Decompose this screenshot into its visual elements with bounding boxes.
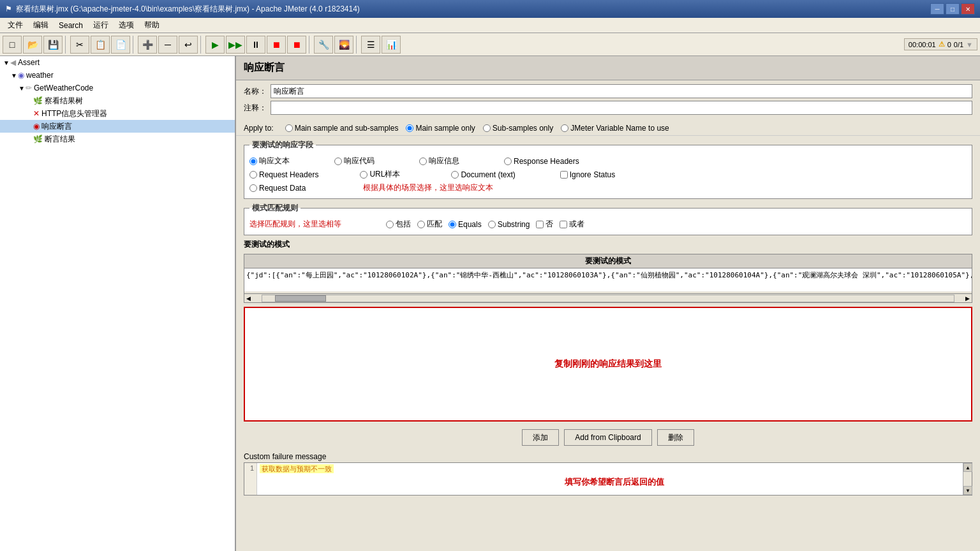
apply-radio-main-sub[interactable] bbox=[285, 124, 293, 132]
scroll-right-btn[interactable]: ▶ bbox=[963, 295, 972, 302]
add-button[interactable]: 添加 bbox=[522, 429, 559, 446]
scroll-up-btn[interactable]: ▲ bbox=[963, 463, 972, 472]
name-section: 名称： 注释： bbox=[236, 80, 980, 121]
apply-jmeter-var[interactable]: JMeter Variable Name to use bbox=[561, 124, 669, 133]
close-button[interactable]: ✕ bbox=[961, 3, 975, 15]
h-scrollbar-thumb[interactable] bbox=[275, 295, 326, 302]
radio-response-text[interactable] bbox=[249, 158, 257, 165]
apply-main-sub[interactable]: Main sample and sub-samples bbox=[285, 124, 399, 133]
maximize-button[interactable]: □ bbox=[946, 3, 960, 15]
tree-expand-weather[interactable]: ▼ bbox=[10, 72, 18, 79]
toolbar-collapse[interactable]: ─ bbox=[158, 36, 177, 54]
minimize-button[interactable]: ─ bbox=[930, 3, 944, 15]
radio-request-headers[interactable] bbox=[249, 171, 257, 179]
option-response-text[interactable]: 响应文本 bbox=[249, 156, 290, 166]
toolbar-stop[interactable]: ⏹ bbox=[267, 36, 286, 54]
radio-response-headers[interactable] bbox=[504, 158, 512, 165]
name-input[interactable] bbox=[271, 84, 972, 98]
checkbox-or[interactable] bbox=[560, 221, 567, 228]
toolbar-start-no-pause[interactable]: ▶▶ bbox=[226, 36, 245, 54]
toolbar-start[interactable]: ▶ bbox=[205, 36, 225, 54]
radio-matches[interactable] bbox=[417, 221, 425, 228]
option-url[interactable]: URL样本 bbox=[360, 169, 400, 180]
apply-to-section: Apply to: Main sample and sub-samples Ma… bbox=[236, 121, 980, 136]
menu-search[interactable]: Search bbox=[54, 20, 88, 31]
toolbar-pause[interactable]: ⏸ bbox=[246, 36, 265, 54]
option-substring[interactable]: Substring bbox=[488, 220, 530, 229]
radio-includes[interactable] bbox=[386, 221, 394, 228]
checkbox-not[interactable] bbox=[536, 221, 544, 228]
scroll-left-btn[interactable]: ◀ bbox=[244, 295, 253, 302]
response-field-section: 要测试的响应字段 响应文本 响应代码 响应信息 Response Headers bbox=[244, 140, 972, 199]
option-request-headers[interactable]: Request Headers bbox=[249, 170, 318, 179]
toolbar-stop-now[interactable]: ⏹ bbox=[287, 36, 306, 54]
apply-radio-jmeter-var[interactable] bbox=[561, 124, 568, 132]
option-response-info[interactable]: 响应信息 bbox=[419, 156, 459, 166]
option-matches[interactable]: 匹配 bbox=[417, 219, 442, 230]
warning-icon: ⚠ bbox=[939, 40, 945, 48]
add-clipboard-button[interactable]: Add from Clipboard bbox=[564, 429, 651, 446]
radio-url[interactable] bbox=[360, 171, 368, 179]
scroll-down-btn[interactable]: ▼ bbox=[963, 486, 972, 495]
tree-item-resultview[interactable]: 🌿 察看结果树 bbox=[0, 94, 235, 107]
option-equals[interactable]: Equals bbox=[449, 220, 482, 229]
paste-area[interactable]: 复制刚刚的响应结果到这里 bbox=[244, 307, 972, 422]
tree-icon-getweather: ✏ bbox=[26, 84, 32, 92]
toolbar-clear[interactable]: 🔧 bbox=[314, 36, 333, 54]
option-response-code[interactable]: 响应代码 bbox=[334, 156, 375, 166]
window-title: ⚑ 察看结果树.jmx (G:\apache-jmeter-4.0\bin\ex… bbox=[5, 4, 360, 15]
radio-document[interactable] bbox=[451, 171, 459, 179]
radio-substring[interactable] bbox=[488, 221, 496, 228]
option-ignore-status[interactable]: Ignore Status bbox=[560, 170, 615, 179]
radio-response-info[interactable] bbox=[419, 158, 427, 165]
radio-equals[interactable] bbox=[449, 221, 456, 228]
tree-item-weather[interactable]: ▼ ◉ weather bbox=[0, 69, 235, 82]
pattern-scrollbar[interactable]: ◀ ▶ bbox=[244, 293, 972, 302]
pattern-annotation: 选择匹配规则，这里选相等 bbox=[249, 219, 341, 230]
option-document[interactable]: Document (text) bbox=[451, 170, 515, 179]
toolbar-cut[interactable]: ✂ bbox=[70, 36, 89, 54]
toolbar-table[interactable]: ☰ bbox=[361, 36, 380, 54]
window-controls: ─ □ ✕ bbox=[930, 3, 975, 15]
toolbar-new[interactable]: □ bbox=[3, 36, 22, 54]
warning-count: 0 bbox=[947, 41, 951, 48]
toolbar-chart[interactable]: 📊 bbox=[382, 36, 401, 54]
toolbar: □ 📂 💾 ✂ 📋 📄 ➕ ─ ↩ ▶ ▶▶ ⏸ ⏹ ⏹ 🔧 🌄 ☰ 📊 00:… bbox=[0, 33, 980, 56]
tree-item-assert[interactable]: ▼ ◀ Assert bbox=[0, 56, 235, 69]
toolbar-toggle[interactable]: ↩ bbox=[179, 36, 198, 54]
menu-file[interactable]: 文件 bbox=[3, 18, 28, 32]
option-not[interactable]: 否 bbox=[536, 219, 553, 230]
comment-label: 注释： bbox=[244, 103, 267, 114]
tree-item-http-header[interactable]: ✕ HTTP信息头管理器 bbox=[0, 107, 235, 120]
tree-expand-assert[interactable]: ▼ bbox=[3, 59, 10, 66]
delete-button[interactable]: 删除 bbox=[657, 429, 694, 446]
radio-request-data[interactable] bbox=[249, 184, 257, 192]
apply-radio-sub-only[interactable] bbox=[483, 124, 491, 132]
radio-response-code[interactable] bbox=[334, 158, 342, 165]
toolbar-copy[interactable]: 📋 bbox=[91, 36, 110, 54]
apply-sub-only[interactable]: Sub-samples only bbox=[483, 124, 553, 133]
option-response-headers[interactable]: Response Headers bbox=[504, 157, 579, 166]
tree-item-assert-result[interactable]: 🌿 断言结果 bbox=[0, 133, 235, 145]
option-or[interactable]: 或者 bbox=[560, 219, 584, 230]
apply-main-only[interactable]: Main sample only bbox=[406, 124, 475, 133]
option-request-data[interactable]: Request Data bbox=[249, 184, 306, 193]
comment-input[interactable] bbox=[271, 101, 972, 115]
tree-expand-getweather[interactable]: ▼ bbox=[18, 85, 26, 92]
apply-radio-main-only[interactable] bbox=[406, 124, 413, 132]
toolbar-expand[interactable]: ➕ bbox=[138, 36, 157, 54]
menu-edit[interactable]: 编辑 bbox=[28, 18, 54, 32]
menubar: 文件 编辑 Search 运行 选项 帮助 bbox=[0, 18, 980, 33]
option-includes[interactable]: 包括 bbox=[386, 219, 411, 230]
checkbox-ignore-status[interactable] bbox=[560, 171, 568, 179]
tree-item-response-assert[interactable]: ◉ 响应断言 bbox=[0, 120, 235, 133]
menu-run[interactable]: 运行 bbox=[88, 18, 114, 32]
menu-help[interactable]: 帮助 bbox=[139, 18, 165, 32]
toolbar-open[interactable]: 📂 bbox=[23, 36, 42, 54]
toolbar-clear-all[interactable]: 🌄 bbox=[334, 36, 353, 54]
menu-options[interactable]: 选项 bbox=[114, 18, 139, 32]
test-pattern-textarea[interactable]: {"jd":[{"an":"每上田园","ac":"10128060102A"}… bbox=[244, 268, 972, 291]
tree-item-getweather[interactable]: ▼ ✏ GetWeatherCode bbox=[0, 82, 235, 94]
toolbar-save[interactable]: 💾 bbox=[43, 36, 63, 54]
toolbar-paste[interactable]: 📄 bbox=[111, 36, 130, 54]
